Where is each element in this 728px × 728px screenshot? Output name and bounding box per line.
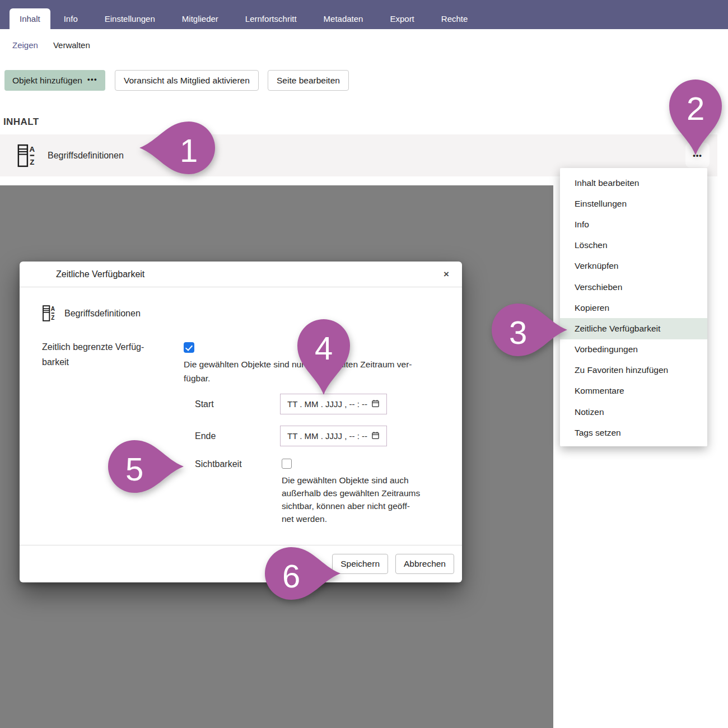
availability-checkbox[interactable] bbox=[184, 342, 194, 353]
tab-einstellungen[interactable]: Einstellungen bbox=[91, 8, 169, 29]
close-icon[interactable]: × bbox=[440, 262, 452, 287]
end-date-input[interactable]: TT . MM . JJJJ , -- : -- bbox=[280, 426, 387, 446]
menu-item-loeschen[interactable]: Löschen bbox=[560, 235, 707, 256]
start-date-input[interactable]: TT . MM . JJJJ , -- : -- bbox=[280, 394, 387, 414]
top-tab-bar: Inhalt Info Einstellungen Mitglieder Ler… bbox=[0, 0, 728, 29]
item-actions-button[interactable]: ••• bbox=[685, 143, 710, 167]
menu-item-inhalt-bearbeiten[interactable]: Inhalt bearbeiten bbox=[560, 172, 707, 193]
start-date-placeholder: TT . MM . JJJJ , -- : -- bbox=[287, 399, 367, 409]
subnav-verwalten[interactable]: Verwalten bbox=[53, 40, 90, 50]
modal-title: Zeitliche Verfügbarkeit bbox=[56, 262, 144, 287]
menu-item-kommentare[interactable]: Kommentare bbox=[560, 381, 707, 402]
menu-item-notizen[interactable]: Notizen bbox=[560, 402, 707, 422]
save-button[interactable]: Speichern bbox=[332, 554, 388, 574]
menu-item-kopieren[interactable]: Kopieren bbox=[560, 297, 707, 318]
visibility-checkbox[interactable] bbox=[282, 459, 292, 469]
menu-item-einstellungen[interactable]: Einstellungen bbox=[560, 193, 707, 214]
availability-label: Zeitlich begrenzte Verfüg- barkeit bbox=[42, 339, 171, 370]
cancel-button[interactable]: Abbrechen bbox=[395, 554, 454, 574]
end-date-placeholder: TT . MM . JJJJ , -- : -- bbox=[287, 431, 367, 441]
menu-item-vorbedingungen[interactable]: Vorbedingungen bbox=[560, 339, 707, 360]
modal-header: Zeitliche Verfügbarkeit × bbox=[20, 262, 462, 287]
add-object-label: Objekt hinzufügen bbox=[12, 76, 82, 86]
edit-page-button[interactable]: Seite bearbeiten bbox=[268, 70, 349, 91]
availability-modal: Zeitliche Verfügbarkeit × A Z Begriffsde… bbox=[20, 262, 462, 582]
tab-info[interactable]: Info bbox=[50, 8, 91, 29]
modal-footer: Speichern Abbrechen bbox=[20, 545, 462, 582]
tab-lernfortschritt[interactable]: Lernfortschritt bbox=[232, 8, 310, 29]
tab-export[interactable]: Export bbox=[376, 8, 427, 29]
content-item-title-link[interactable]: Begriffsdefinitionen bbox=[48, 134, 124, 176]
menu-item-zu-favoriten[interactable]: Zu Favoriten hinzufügen bbox=[560, 360, 707, 381]
sub-nav: Zeigen Verwalten bbox=[0, 29, 728, 60]
availability-help-text: Die gewählten Objekte sind nur im gewähl… bbox=[184, 357, 441, 385]
preview-as-member-button[interactable]: Voransicht als Mitglied aktivieren bbox=[115, 70, 259, 91]
glossary-icon: A Z bbox=[17, 143, 36, 170]
visibility-help-text: Die gewählten Objekte sind auch außerhal… bbox=[282, 474, 447, 525]
modal-item-title: Begriffsdefinitionen bbox=[64, 305, 141, 322]
end-label: Ende bbox=[195, 426, 216, 446]
menu-item-verschieben[interactable]: Verschieben bbox=[560, 277, 707, 297]
add-object-button[interactable]: Objekt hinzufügen ••• bbox=[4, 70, 105, 91]
tab-inhalt[interactable]: Inhalt bbox=[10, 8, 50, 29]
content-section-heading: INHALT bbox=[3, 116, 39, 128]
svg-text:A: A bbox=[30, 145, 35, 153]
subnav-zeigen[interactable]: Zeigen bbox=[12, 40, 38, 50]
svg-text:Z: Z bbox=[30, 158, 34, 166]
tab-mitglieder[interactable]: Mitglieder bbox=[169, 8, 232, 29]
ellipsis-icon: ••• bbox=[693, 151, 702, 160]
menu-item-zeitliche-verfuegbarkeit[interactable]: Zeitliche Verfügbarkeit bbox=[560, 318, 707, 339]
menu-item-tags-setzen[interactable]: Tags setzen bbox=[560, 422, 707, 443]
menu-item-verknuepfen[interactable]: Verknüpfen bbox=[560, 256, 707, 277]
ellipsis-icon: ••• bbox=[87, 75, 97, 83]
tab-metadaten[interactable]: Metadaten bbox=[310, 8, 377, 29]
calendar-icon[interactable] bbox=[371, 431, 380, 441]
tab-rechte[interactable]: Rechte bbox=[428, 8, 482, 29]
glossary-icon: A Z bbox=[42, 305, 55, 324]
svg-text:Z: Z bbox=[51, 315, 54, 321]
start-label: Start bbox=[195, 394, 214, 414]
calendar-icon[interactable] bbox=[371, 399, 380, 409]
svg-text:2: 2 bbox=[687, 90, 704, 127]
menu-item-info[interactable]: Info bbox=[560, 214, 707, 235]
svg-text:A: A bbox=[51, 306, 55, 312]
visibility-label: Sichtbarkeit bbox=[195, 459, 242, 470]
item-actions-menu: Inhalt bearbeiten Einstellungen Info Lös… bbox=[560, 168, 707, 446]
